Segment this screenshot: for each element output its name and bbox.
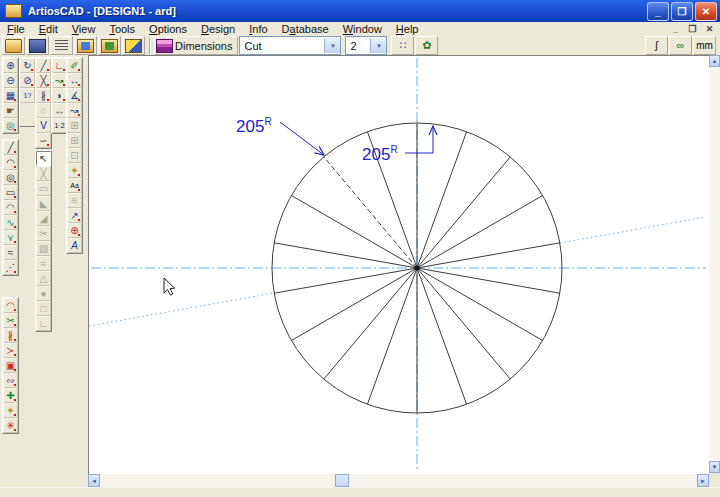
save-button[interactable]: [26, 36, 49, 55]
horizontal-scroll-thumb[interactable]: [335, 474, 349, 487]
arc-dimension-tool[interactable]: ↝: [67, 103, 82, 118]
mdi-close-button[interactable]: ✕: [703, 24, 716, 35]
workspace-browser-button[interactable]: [74, 36, 97, 55]
close-button[interactable]: ✕: [695, 2, 717, 21]
snap-options-button[interactable]: ∷: [391, 36, 414, 55]
arrow-annotation-tool[interactable]: ↗: [67, 208, 82, 223]
offset-tool[interactable]: ≈: [36, 256, 51, 271]
menu-file[interactable]: File: [0, 22, 32, 36]
mdi-restore-button[interactable]: ❐: [686, 24, 699, 35]
arc-tool[interactable]: ◠: [3, 155, 18, 170]
italic-text-tool[interactable]: A: [67, 238, 82, 253]
view-mode-tool[interactable]: ◎: [3, 118, 18, 133]
hatch-tool[interactable]: ∦: [3, 328, 18, 343]
branch-tool[interactable]: ⋎: [3, 230, 18, 245]
wave-tool[interactable]: ≈: [3, 245, 18, 260]
scroll-right-button[interactable]: ►: [697, 474, 709, 487]
pointer-snap-button[interactable]: ʃ: [645, 36, 668, 55]
vertical-scrollbar[interactable]: ▲ ▼: [709, 55, 720, 473]
stretch-tool[interactable]: ▣: [3, 358, 18, 373]
minimize-button[interactable]: _: [647, 2, 669, 21]
design-browser-button[interactable]: [98, 36, 121, 55]
pan-tool[interactable]: ☛: [3, 103, 18, 118]
fillet-tool[interactable]: ◠: [3, 298, 18, 313]
multi-hatch-tool[interactable]: ∦: [36, 88, 51, 103]
what-is-tool[interactable]: 1?: [20, 88, 35, 103]
standards-catalog-button[interactable]: [122, 36, 145, 55]
trim-tool[interactable]: ✂: [36, 226, 51, 241]
smart-dimension-tool[interactable]: ✦: [67, 163, 82, 178]
bezier-tool[interactable]: ∿: [3, 215, 18, 230]
annotation-pen-tool[interactable]: ✐: [67, 58, 82, 73]
menu-database[interactable]: Database: [275, 22, 336, 36]
mdi-minimize-button[interactable]: _: [669, 24, 682, 35]
rotate-copy-tool[interactable]: ◣: [36, 196, 51, 211]
copy-tool[interactable]: ▨: [36, 241, 51, 256]
rectangle-tool[interactable]: ▭: [3, 185, 18, 200]
chamfer-tool[interactable]: ≻: [3, 343, 18, 358]
fill-tool[interactable]: ●: [36, 286, 51, 301]
angle-dimension-tool[interactable]: ∡: [67, 88, 82, 103]
circle-tool[interactable]: ◎: [3, 170, 18, 185]
view-angle-button[interactable]: ∞: [669, 36, 692, 55]
dimension-box-tool[interactable]: ⊡: [67, 148, 82, 163]
dimensions-toggle-button[interactable]: Dimensions: [154, 36, 238, 55]
menu-window[interactable]: Window: [336, 22, 389, 36]
align-tool[interactable]: ✚: [3, 388, 18, 403]
units-mm-button[interactable]: mm: [693, 36, 716, 55]
angle-line-tool[interactable]: ╱: [36, 58, 51, 73]
cross-line-tool[interactable]: ╳: [36, 73, 51, 88]
slope-tool[interactable]: △: [36, 271, 51, 286]
dimension-chain-tool[interactable]: ⊞: [67, 133, 82, 148]
sequence-tool[interactable]: 1·2: [52, 118, 67, 133]
move-tool[interactable]: ▭: [36, 181, 51, 196]
s-curve-tool[interactable]: ∽: [36, 133, 51, 148]
transform-tool[interactable]: □: [36, 301, 51, 316]
scale-tool[interactable]: ◢: [36, 211, 51, 226]
step-repeat-tool[interactable]: ∟: [36, 316, 51, 331]
horizontal-dimension-tool[interactable]: ↔: [67, 73, 82, 88]
polyline-tool[interactable]: ↝: [52, 73, 67, 88]
mirror-tool[interactable]: ⊘: [20, 73, 35, 88]
drawing-canvas[interactable]: 205R205R: [88, 55, 709, 474]
import-export-button[interactable]: [50, 36, 73, 55]
line-tool[interactable]: ╱: [3, 140, 18, 155]
horizontal-scrollbar[interactable]: ◄ ►: [88, 474, 709, 487]
group-select-tool[interactable]: ╳: [36, 166, 51, 181]
pinwheel-tool[interactable]: ✳: [3, 418, 18, 433]
register-mark-tool[interactable]: ⊕: [67, 223, 82, 238]
menu-info[interactable]: Info: [242, 22, 274, 36]
layer-combo[interactable]: Cut ▼: [239, 36, 341, 55]
rotate-tool[interactable]: ↻: [20, 58, 35, 73]
curve-tool[interactable]: ◠: [3, 200, 18, 215]
scroll-up-button[interactable]: ▲: [709, 55, 720, 67]
cut-tool[interactable]: ✂: [3, 313, 18, 328]
refresh-view-button[interactable]: ✿: [415, 36, 438, 55]
scale-combo[interactable]: 2 ▼: [345, 36, 387, 55]
open-button[interactable]: [2, 36, 25, 55]
v-notch-tool[interactable]: V: [36, 118, 51, 133]
text-tool[interactable]: Aa: [67, 178, 82, 193]
dotted-circle-tool[interactable]: ◌: [36, 103, 51, 118]
zoom-in-tool[interactable]: ⊕: [3, 58, 18, 73]
zoom-out-tool[interactable]: ⊖: [3, 73, 18, 88]
construction-line-tool[interactable]: ⋰: [3, 260, 18, 275]
menu-tools[interactable]: Tools: [102, 22, 142, 36]
restore-button[interactable]: ❐: [671, 2, 693, 21]
zoom-extents-tool[interactable]: ▦: [3, 88, 18, 103]
zigzag-tool[interactable]: ∾: [3, 373, 18, 388]
menu-help[interactable]: Help: [389, 22, 426, 36]
arc-segment-tool[interactable]: ◗: [52, 88, 67, 103]
menu-design[interactable]: Design: [194, 22, 242, 36]
scroll-down-button[interactable]: ▼: [709, 461, 720, 473]
menu-view[interactable]: View: [65, 22, 103, 36]
double-arrow-tool[interactable]: ↔: [52, 103, 67, 118]
menu-options[interactable]: Options: [142, 22, 194, 36]
menu-edit[interactable]: Edit: [32, 22, 65, 36]
select-tool[interactable]: ↖: [36, 151, 51, 166]
chevron-down-icon[interactable]: ▼: [370, 38, 386, 53]
corner-tool[interactable]: ∟: [52, 58, 67, 73]
scroll-left-button[interactable]: ◄: [88, 474, 100, 487]
paragraph-tool[interactable]: ≡: [67, 193, 82, 208]
star-tool[interactable]: ✦: [3, 403, 18, 418]
